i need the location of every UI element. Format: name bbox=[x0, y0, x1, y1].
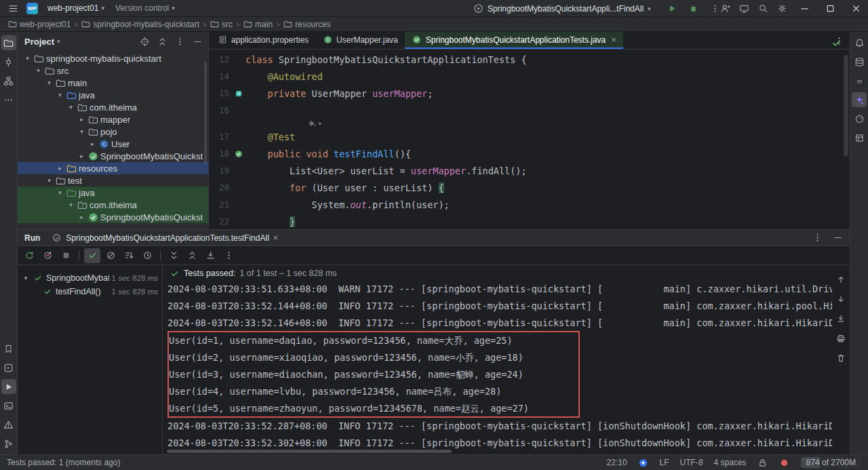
more-v-button[interactable] bbox=[220, 248, 237, 263]
vcs-selector[interactable]: Version control▾ bbox=[111, 2, 180, 14]
scroll-up-button[interactable] bbox=[835, 274, 846, 286]
code-line[interactable]: 22 } bbox=[209, 213, 850, 229]
gradle-tool-button[interactable] bbox=[852, 111, 867, 126]
console-line[interactable]: 2024-08-03T20:33:52.146+08:00 INFO 17172… bbox=[167, 315, 832, 332]
ai-assistant-tool-button[interactable] bbox=[852, 92, 867, 107]
hide-icon[interactable] bbox=[192, 36, 203, 47]
console-line[interactable]: User(id=4, username=lvbu, password=12345… bbox=[169, 383, 578, 400]
editor-scrollbar[interactable] bbox=[844, 55, 848, 157]
bookmarks-tool-button[interactable] bbox=[1, 341, 16, 356]
console-line[interactable]: 2024-08-03T20:33:52.144+08:00 INFO 17172… bbox=[167, 298, 832, 315]
breadcrumb-item[interactable]: resources bbox=[282, 20, 332, 29]
project-tree-item[interactable]: ▸CUser bbox=[18, 138, 208, 150]
close-tab-icon[interactable]: × bbox=[611, 35, 616, 44]
line-separator-widget[interactable]: LF bbox=[660, 458, 669, 467]
console-horizontal-scrollbar[interactable] bbox=[167, 450, 452, 453]
show-ignored-button[interactable] bbox=[102, 248, 119, 263]
project-scrollbar[interactable] bbox=[204, 62, 207, 163]
chevron-right-icon[interactable]: ▸ bbox=[88, 140, 97, 147]
project-selector[interactable]: web-project01▾ bbox=[43, 2, 109, 14]
code-line[interactable]: 16 bbox=[209, 102, 850, 119]
chevron-down-icon[interactable]: ▾ bbox=[66, 104, 75, 111]
breadcrumb-item[interactable]: src bbox=[209, 20, 234, 29]
run-tab[interactable]: SpringbootMybatisQuickstartApplicationTe… bbox=[51, 230, 277, 246]
editor-tab[interactable]: application.properties bbox=[210, 32, 315, 49]
rerun-failed-button[interactable] bbox=[39, 248, 56, 263]
main-menu-button[interactable] bbox=[4, 1, 22, 16]
chevron-down-icon[interactable]: ▾ bbox=[45, 79, 54, 86]
project-tree-item[interactable]: ▾pojo bbox=[18, 125, 208, 138]
editor-tab[interactable]: IUserMapper.java bbox=[315, 32, 405, 49]
search-everywhere-button[interactable] bbox=[754, 1, 772, 16]
settings-button[interactable] bbox=[773, 1, 791, 16]
project-tree-item[interactable]: ▾main bbox=[18, 77, 208, 89]
more-tools-tool-button[interactable] bbox=[1, 92, 16, 107]
editor-tab[interactable]: SpringbootMybatisQuickstartApplicationTe… bbox=[405, 32, 623, 49]
remote-dev-button[interactable] bbox=[735, 1, 753, 16]
test-tree-item[interactable]: testFindAll()1 sec 828 ms bbox=[18, 285, 162, 298]
test-tree-item[interactable]: ▾SpringbootMybatis1 sec 828 ms bbox=[18, 271, 162, 285]
chevron-right-icon[interactable]: ▸ bbox=[56, 165, 64, 172]
project-tree-item[interactable]: ▾com.itheima bbox=[18, 101, 208, 113]
memory-indicator[interactable]: 874 of 2700M bbox=[801, 457, 861, 468]
console-line[interactable]: 2024-08-03T20:33:51.633+08:00 WARN 17172… bbox=[167, 281, 832, 298]
collapse-all-icon[interactable] bbox=[157, 36, 167, 47]
more-v-icon[interactable] bbox=[174, 36, 185, 47]
chevron-down-icon[interactable]: ▾ bbox=[45, 177, 54, 184]
database-tool-button[interactable] bbox=[852, 54, 867, 69]
close-run-tab-icon[interactable]: × bbox=[273, 233, 278, 243]
rerun-button[interactable] bbox=[21, 248, 37, 263]
code-line[interactable]: 15 private UserMapper userMapper; bbox=[209, 85, 850, 102]
project-tree-item[interactable]: ▾springboot-mybatis-quickstart bbox=[18, 52, 208, 64]
intention-actions-widget[interactable]: ▾ bbox=[307, 118, 321, 129]
sort-alpha-button[interactable] bbox=[121, 248, 137, 263]
console-line[interactable]: User(id=1, username=daqiao, password=123… bbox=[169, 332, 578, 349]
run-panel-title[interactable]: Run bbox=[24, 233, 40, 243]
chevron-right-icon[interactable]: ▸ bbox=[77, 153, 86, 159]
maven-tool-button[interactable]: m bbox=[852, 73, 867, 88]
structure-tool-button[interactable] bbox=[1, 73, 16, 88]
code-line[interactable]: 14 @Autowired bbox=[209, 68, 850, 85]
console-line[interactable]: User(id=2, username=xiaoqiao, password=1… bbox=[169, 349, 578, 366]
code-line[interactable]: 19 List<User> userList = userMapper.find… bbox=[209, 162, 850, 179]
run-console[interactable]: 2024-08-03T20:33:51.633+08:00 WARN 17172… bbox=[163, 281, 832, 450]
collapse-all-button[interactable] bbox=[184, 248, 200, 263]
code-line[interactable]: 18 public void testFindAll(){ bbox=[209, 145, 850, 162]
status-message[interactable]: Tests passed: 1 (moments ago) bbox=[7, 458, 120, 467]
code-line[interactable]: 21 System.out.println(user); bbox=[209, 196, 850, 213]
expand-all-button[interactable] bbox=[165, 248, 182, 263]
locate-icon[interactable] bbox=[139, 36, 150, 47]
console-line[interactable]: User(id=3, username=diaochan, password=1… bbox=[169, 366, 578, 383]
minimize-button[interactable] bbox=[792, 0, 816, 17]
more-options-icon[interactable] bbox=[812, 233, 823, 243]
chevron-down-icon[interactable]: ▾ bbox=[23, 55, 32, 62]
chevron-right-icon[interactable]: ▸ bbox=[77, 214, 86, 220]
problems-tool-button[interactable] bbox=[1, 417, 16, 432]
show-passed-button[interactable] bbox=[84, 248, 100, 263]
project-panel-title[interactable]: Project bbox=[24, 37, 54, 47]
console-line[interactable]: User(id=5, username=zhaoyun, password=12… bbox=[169, 400, 578, 417]
project-tree-item[interactable]: ▸SpringbootMybatisQuickst bbox=[18, 150, 208, 162]
project-tool-button[interactable] bbox=[1, 35, 16, 50]
run-config-selector[interactable]: SpringbootMybatisQuickstartAppli...tFind… bbox=[488, 4, 644, 14]
lock-icon[interactable] bbox=[757, 457, 768, 468]
chevron-down-icon[interactable]: ▾ bbox=[56, 189, 64, 196]
console-line[interactable]: 2024-08-03T20:33:52.287+08:00 INFO 17172… bbox=[167, 418, 832, 435]
code-line[interactable]: 20 for (User user : userList) { bbox=[209, 179, 850, 196]
maximize-button[interactable] bbox=[818, 0, 842, 17]
dependencies-tool-button[interactable] bbox=[852, 130, 867, 145]
code-line[interactable]: 17 @Test bbox=[209, 128, 850, 145]
code-line[interactable]: 12class SpringbootMybatisQuickstartAppli… bbox=[209, 51, 850, 68]
import-results-button[interactable] bbox=[202, 248, 218, 263]
indent-widget[interactable]: 4 spaces bbox=[714, 458, 747, 467]
project-tree-item[interactable]: ▸resources bbox=[18, 162, 208, 174]
project-tree-item[interactable]: ▾java bbox=[18, 89, 208, 101]
error-indicator-icon[interactable] bbox=[779, 457, 790, 468]
project-tree-item[interactable]: ▾test bbox=[18, 174, 208, 187]
more-run-actions-button[interactable] bbox=[707, 1, 724, 16]
console-line[interactable]: 2024-08-03T20:33:52.302+08:00 INFO 17172… bbox=[167, 435, 832, 450]
chevron-down-icon[interactable]: ▾ bbox=[66, 201, 75, 208]
code-editor[interactable]: 12class SpringbootMybatisQuickstartAppli… bbox=[209, 50, 850, 229]
scroll-down-button[interactable] bbox=[835, 294, 846, 306]
ai-assistant-status-icon[interactable] bbox=[638, 457, 649, 468]
